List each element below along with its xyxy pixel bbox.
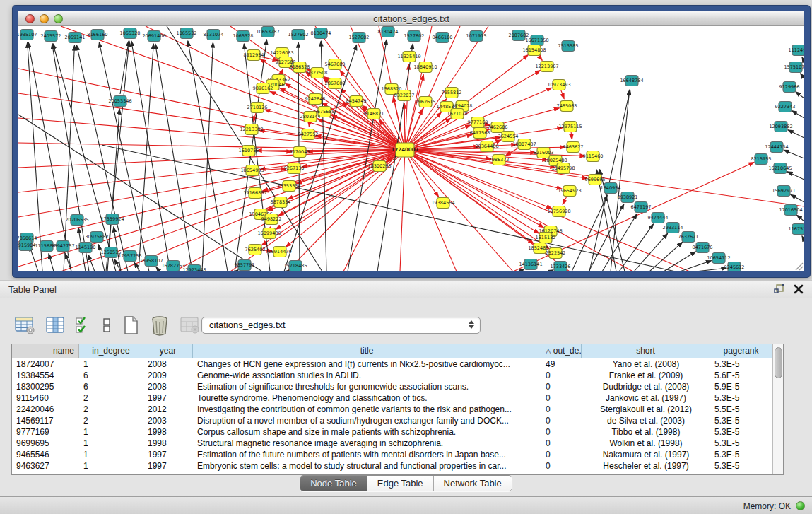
table-cell[interactable]: 5.6E-5	[710, 370, 772, 381]
network-edge[interactable]	[796, 92, 804, 98]
table-cell[interactable]: 5.3E-5	[710, 426, 772, 438]
table-cell[interactable]: 5.3E-5	[710, 460, 772, 472]
network-edge[interactable]	[405, 150, 543, 228]
network-node[interactable]: 19384554	[431, 198, 454, 209]
show-columns-icon[interactable]	[45, 315, 65, 335]
table-cell[interactable]: Embryonic stem cells: a model to study s…	[193, 460, 541, 472]
table-cell[interactable]: 2012	[143, 404, 193, 415]
network-edge[interactable]	[202, 42, 213, 271]
network-node[interactable]: 11325419	[397, 52, 420, 62]
network-node[interactable]: 17957253	[118, 251, 141, 262]
network-edge[interactable]	[784, 150, 804, 158]
table-cell[interactable]: 1	[79, 426, 143, 438]
network-edge[interactable]	[88, 255, 95, 271]
network-node[interactable]: 16782753	[161, 261, 184, 271]
network-edge[interactable]	[788, 130, 804, 138]
table-cell[interactable]: Disruption of a novel member of a sodium…	[193, 415, 541, 426]
table-cell[interactable]: 9115460	[12, 392, 79, 404]
network-node[interactable]: 1527602	[404, 31, 425, 42]
table-row[interactable]: 1872400712008Changes of HCN gene express…	[12, 358, 772, 370]
network-node[interactable]: 20691406	[142, 31, 165, 42]
network-node[interactable]: 15692971	[772, 186, 795, 197]
network-edge[interactable]	[787, 172, 804, 180]
table-cell[interactable]: Tourette syndrome. Phenomenology and cla…	[193, 392, 541, 404]
table-row[interactable]: 969969511998Structural magnetic resonanc…	[12, 438, 772, 449]
table-cell[interactable]: Franke et al. (2009)	[582, 370, 710, 381]
network-edge[interactable]	[18, 150, 405, 217]
network-node[interactable]: 9267130	[284, 163, 305, 174]
table-cell[interactable]: 9699695	[12, 438, 79, 449]
table-mode-icon[interactable]	[14, 315, 35, 335]
network-node[interactable]: 12213967	[535, 62, 558, 72]
network-canvas-area[interactable]: 1935107240557220691418166160106532820691…	[18, 26, 804, 271]
network-edge[interactable]	[405, 150, 539, 233]
resize-grip-icon[interactable]	[794, 261, 804, 271]
network-node[interactable]: 2405572	[41, 31, 61, 42]
network-node[interactable]: 18300295	[367, 161, 391, 172]
network-node[interactable]: 13942757	[51, 241, 74, 252]
column-header-name[interactable]: name	[12, 344, 79, 358]
table-cell[interactable]: Corpus callosum shape and size in male p…	[193, 426, 541, 438]
table-cell[interactable]: 1	[79, 358, 143, 370]
scrollbar-thumb[interactable]	[775, 347, 782, 378]
network-node[interactable]: 7955812	[442, 88, 462, 98]
network-node[interactable]: 1527602	[349, 33, 370, 43]
network-node[interactable]: 9227343	[775, 102, 796, 112]
table-cell[interactable]: 5.3E-5	[710, 415, 772, 426]
network-edge[interactable]	[589, 204, 624, 271]
network-node[interactable]: 9463627	[563, 142, 584, 153]
network-node[interactable]: 16154808	[522, 45, 546, 56]
network-edge[interactable]	[550, 270, 553, 271]
table-cell[interactable]: 9777169	[12, 426, 79, 438]
network-edge[interactable]	[236, 270, 238, 271]
table-cell[interactable]: 1	[79, 449, 143, 460]
network-edge[interactable]	[602, 214, 637, 271]
column-header-short[interactable]: short	[582, 344, 710, 358]
tab-node-table[interactable]: Node Table	[300, 476, 367, 491]
table-cell[interactable]: 2003	[143, 415, 193, 426]
network-edge[interactable]	[796, 215, 804, 221]
network-node[interactable]: 9129966	[779, 82, 800, 93]
table-row[interactable]: 946554611997Estimation of the future num…	[12, 449, 772, 460]
table-cell[interactable]: Tibbo et al. (1998)	[582, 426, 710, 438]
table-cell[interactable]: 5.3E-5	[710, 449, 772, 460]
network-node[interactable]: 9245612	[724, 262, 745, 272]
network-node[interactable]: 20206535	[65, 215, 88, 226]
table-cell[interactable]: 6	[79, 370, 143, 381]
network-edge[interactable]	[260, 59, 405, 150]
network-node[interactable]: 9777169	[468, 117, 488, 128]
network-node[interactable]: 1071915	[466, 31, 487, 42]
network-node[interactable]: 8215955	[751, 154, 772, 165]
network-node[interactable]: 19756928	[547, 206, 570, 217]
network-node[interactable]: 8454749	[346, 96, 367, 107]
table-cell[interactable]: 1997	[143, 449, 193, 460]
table-cell[interactable]: Investigating the contribution of common…	[193, 404, 541, 415]
network-node[interactable]: 9857791	[235, 260, 255, 271]
table-cell[interactable]: 5.3E-5	[710, 358, 772, 370]
network-node[interactable]: 1112496	[789, 45, 804, 56]
network-edge[interactable]	[18, 143, 405, 150]
column-header-year[interactable]: year	[143, 344, 193, 358]
table-cell[interactable]: Estimation of significance thresholds fo…	[193, 381, 541, 392]
table-cell[interactable]: 1998	[143, 438, 193, 449]
float-panel-icon[interactable]	[773, 284, 785, 295]
table-cell[interactable]: 2	[79, 392, 143, 404]
table-cell[interactable]: Stergiakouli et al. (2012)	[582, 404, 710, 415]
network-node[interactable]: 1065328	[233, 31, 254, 42]
table-cell[interactable]: 18724007	[12, 358, 79, 370]
network-node[interactable]: 7485063	[557, 101, 577, 112]
network-edge[interactable]	[131, 41, 170, 271]
table-cell[interactable]: 2	[79, 415, 143, 426]
table-cell[interactable]: Jankovic et al. (1997)	[582, 392, 710, 404]
table-cell[interactable]: 5.5E-5	[710, 404, 772, 415]
table-cell[interactable]: 9463627	[12, 460, 79, 472]
network-edge[interactable]	[680, 261, 712, 271]
table-cell[interactable]: Wolkin et al. (1998)	[582, 438, 710, 449]
network-node[interactable]: 9327508	[307, 68, 328, 78]
table-cell[interactable]: 9465546	[12, 449, 79, 460]
table-cell[interactable]: Dudbridge et al. (2008)	[582, 381, 710, 392]
network-edge[interactable]	[405, 26, 432, 150]
table-cell[interactable]: 2009	[143, 370, 193, 381]
tab-network-table[interactable]: Network Table	[434, 476, 512, 491]
network-node[interactable]: 12213382	[240, 124, 263, 135]
